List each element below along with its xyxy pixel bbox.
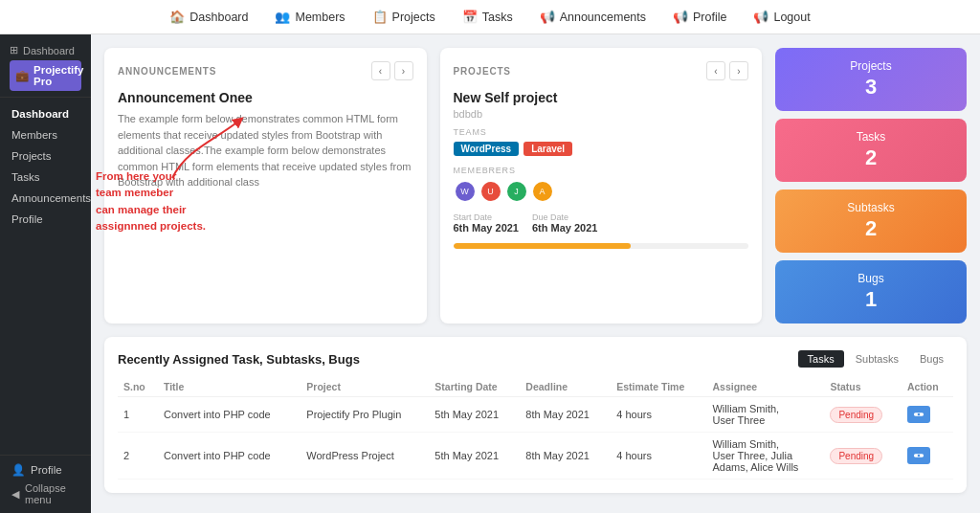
- body-wrapper: ⊞ Dashboard 💼 Projectify Pro Dashboard M…: [0, 34, 980, 513]
- announcement-body: The example form below demonstrates comm…: [118, 111, 413, 190]
- avatar-4: A: [531, 180, 554, 203]
- stat-tasks-value: 2: [791, 145, 951, 170]
- table-row: 1 Convert into PHP code Projectify Pro P…: [118, 397, 953, 433]
- sidebar-bottom: 👤 Profile ◀ Collapse menu: [0, 455, 91, 513]
- col-sno: S.no: [118, 377, 158, 397]
- members-icon: 👥: [275, 10, 290, 24]
- cell-project: Projectify Pro Plugin: [301, 397, 429, 433]
- stat-tasks-label: Tasks: [791, 130, 951, 144]
- logout-icon: 📢: [753, 10, 768, 24]
- col-deadline: Deadline: [520, 377, 611, 397]
- progress-bar-fill: [454, 243, 631, 249]
- action-button[interactable]: [907, 447, 930, 464]
- nav-item-announcements[interactable]: 📢 Announcements: [540, 10, 646, 24]
- team-laravel: Laravel: [523, 142, 572, 156]
- nav-item-projects[interactable]: 📋 Projects: [372, 10, 435, 24]
- announce-icon: 📢: [540, 10, 555, 24]
- nav-item-tasks[interactable]: 📅 Tasks: [462, 10, 513, 24]
- cell-status: Pending: [824, 397, 902, 433]
- start-date-block: Start Date 6th May 2021: [454, 212, 519, 234]
- project-next-arrow[interactable]: ›: [729, 61, 748, 80]
- briefcase-icon: 💼: [15, 69, 29, 82]
- nav-label: Logout: [773, 11, 810, 24]
- sidebar-item-announcements[interactable]: Announcements: [0, 188, 91, 209]
- stat-projects-label: Projects: [791, 59, 951, 73]
- avatar-3: J: [505, 180, 528, 203]
- cell-start: 5th May 2021: [429, 433, 520, 480]
- cell-estimate: 4 hours: [611, 433, 706, 480]
- announcement-card-header: ANNOUNCEMENTS ‹ ›: [118, 61, 413, 80]
- cell-deadline: 8th May 2021: [520, 397, 611, 433]
- cell-assignee: William Smith,User Three: [706, 397, 824, 433]
- team-wordpress: WordPress: [454, 142, 520, 156]
- sidebar-item-projects[interactable]: Projects: [0, 145, 91, 167]
- project-nav-arrows: ‹ ›: [706, 61, 748, 80]
- stat-bugs-value: 1: [791, 287, 951, 312]
- status-badge: Pending: [830, 407, 882, 423]
- nav-label: Dashboard: [189, 11, 248, 24]
- stat-subtasks: Subtasks 2: [775, 190, 967, 253]
- sidebar-logo: ⊞ Dashboard 💼 Projectify Pro: [0, 34, 91, 98]
- eye-icon: [913, 450, 924, 461]
- stat-projects-value: 3: [791, 75, 951, 100]
- projects-icon: 📋: [372, 10, 388, 24]
- sidebar-profile[interactable]: 👤 Profile: [11, 463, 79, 477]
- nav-item-logout[interactable]: 📢 Logout: [753, 10, 810, 24]
- project-card: PROJECTS ‹ › New Self project bdbdb TEAM…: [440, 48, 763, 323]
- teams-row: WordPress Laravel: [454, 142, 749, 156]
- nav-label: Announcements: [560, 11, 646, 24]
- col-assignee: Assignee: [706, 377, 824, 397]
- project-title: New Self project: [454, 90, 749, 105]
- announcement-prev-arrow[interactable]: ‹: [371, 61, 390, 80]
- sidebar-logo-main: 💼 Projectify Pro: [10, 60, 81, 91]
- action-button[interactable]: [907, 406, 930, 423]
- project-subtitle: bdbdb: [454, 108, 749, 120]
- due-date-block: Due Date 6th May 2021: [532, 212, 597, 234]
- sidebar-item-tasks[interactable]: Tasks: [0, 167, 91, 188]
- bottom-card: Recently Assigned Task, Subtasks, Bugs T…: [104, 337, 967, 493]
- svg-point-1: [918, 413, 921, 416]
- tab-tasks[interactable]: Tasks: [798, 350, 844, 368]
- svg-point-3: [918, 455, 921, 457]
- due-date-label: Due Date: [532, 212, 597, 222]
- table-tabs: Tasks Subtasks Bugs: [798, 350, 953, 368]
- stat-tasks: Tasks 2: [775, 119, 967, 182]
- nav-label: Projects: [392, 11, 435, 24]
- home-icon: 🏠: [169, 10, 185, 24]
- nav-item-members[interactable]: 👥 Members: [275, 10, 345, 24]
- col-estimate: Estimate Time: [611, 377, 706, 397]
- nav-item-dashboard[interactable]: 🏠 Dashboard: [169, 10, 248, 24]
- table-title: Recently Assigned Task, Subtasks, Bugs: [118, 352, 360, 367]
- avatar-2: U: [479, 180, 502, 203]
- cell-status: Pending: [824, 433, 902, 480]
- members-row: W U J A: [454, 180, 749, 203]
- announcement-next-arrow[interactable]: ›: [394, 61, 413, 80]
- cell-action: [902, 397, 953, 433]
- project-prev-arrow[interactable]: ‹: [706, 61, 725, 80]
- eye-icon: [913, 409, 924, 420]
- sidebar-item-dashboard[interactable]: Dashboard: [0, 103, 91, 124]
- sidebar-item-profile-menu[interactable]: Profile: [0, 209, 91, 230]
- project-card-header: PROJECTS ‹ ›: [454, 61, 749, 80]
- table-head: S.no Title Project Starting Date Deadlin…: [118, 377, 953, 397]
- sidebar-menu: Dashboard Members Projects Tasks Announc…: [0, 98, 91, 235]
- announcement-section-title: ANNOUNCEMENTS: [118, 66, 216, 77]
- status-badge: Pending: [830, 448, 882, 464]
- cell-title: Convert into PHP code: [158, 433, 301, 480]
- teams-label: TEAMS: [454, 127, 749, 137]
- cell-project: WordPress Project: [301, 433, 429, 480]
- stat-bugs: Bugs 1: [775, 260, 967, 323]
- announcement-title: Announcement Onee: [118, 90, 413, 105]
- cell-title: Convert into PHP code: [158, 397, 301, 433]
- project-section-title: PROJECTS: [454, 66, 511, 77]
- tab-subtasks[interactable]: Subtasks: [846, 350, 908, 368]
- tab-bugs[interactable]: Bugs: [910, 350, 953, 368]
- main-content: From here yourteam memebercan manage the…: [91, 34, 980, 513]
- sidebar-item-members[interactable]: Members: [0, 124, 91, 145]
- stats-column: Projects 3 Tasks 2 Subtasks 2 Bugs 1: [775, 48, 967, 323]
- nav-item-profile[interactable]: 📢 Profile: [673, 10, 726, 24]
- user-icon: 👤: [11, 463, 25, 477]
- members-label: MEMEBRERS: [454, 166, 749, 175]
- nav-label: Profile: [693, 11, 726, 24]
- sidebar-collapse[interactable]: ◀ Collapse menu: [11, 482, 79, 505]
